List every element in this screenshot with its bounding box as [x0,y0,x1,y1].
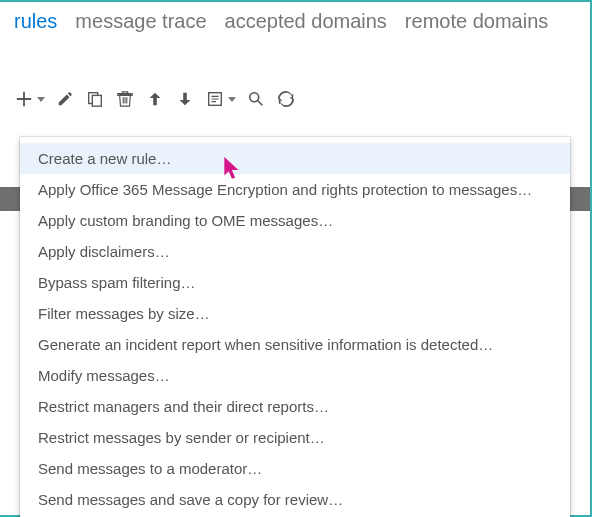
refresh-icon [277,90,295,108]
arrow-down-icon [176,90,194,108]
menu-item[interactable]: Send messages to a moderator… [20,453,570,484]
menu-item[interactable]: Modify messages… [20,360,570,391]
refresh-button[interactable] [276,89,296,109]
search-icon [247,90,265,108]
move-up-button[interactable] [145,89,165,109]
arrow-up-icon [146,90,164,108]
copy-button[interactable] [85,89,105,109]
delete-button[interactable] [115,89,135,109]
tab-message-trace[interactable]: message trace [75,10,206,33]
menu-item[interactable]: Generate an incident report when sensiti… [20,329,570,360]
svg-point-3 [250,93,259,102]
tab-accepted-domains[interactable]: accepted domains [225,10,387,33]
menu-item[interactable]: Restrict managers and their direct repor… [20,391,570,422]
svg-rect-1 [92,95,101,106]
search-button[interactable] [246,89,266,109]
new-rule-button[interactable] [14,89,45,109]
copy-icon [86,90,104,108]
menu-item[interactable]: Filter messages by size… [20,298,570,329]
menu-item[interactable]: Create a new rule… [20,143,570,174]
menu-item[interactable]: Bypass spam filtering… [20,267,570,298]
tab-bar: rules message trace accepted domains rem… [0,2,590,39]
tab-remote-domains[interactable]: remote domains [405,10,548,33]
chevron-down-icon [37,97,45,102]
edit-button[interactable] [55,89,75,109]
menu-item[interactable]: Restrict messages by sender or recipient… [20,422,570,453]
menu-item[interactable]: Apply custom branding to OME messages… [20,205,570,236]
pencil-icon [56,90,74,108]
chevron-down-icon [228,97,236,102]
menu-item[interactable]: Send messages and save a copy for review… [20,484,570,515]
export-icon [205,89,225,109]
toolbar [0,39,590,117]
move-down-button[interactable] [175,89,195,109]
plus-icon [14,89,34,109]
new-rule-dropdown: Create a new rule…Apply Office 365 Messa… [20,137,570,517]
trash-icon [116,90,134,108]
tab-rules[interactable]: rules [14,10,57,33]
menu-item[interactable]: Apply disclaimers… [20,236,570,267]
export-button[interactable] [205,89,236,109]
menu-item[interactable]: Apply Office 365 Message Encryption and … [20,174,570,205]
